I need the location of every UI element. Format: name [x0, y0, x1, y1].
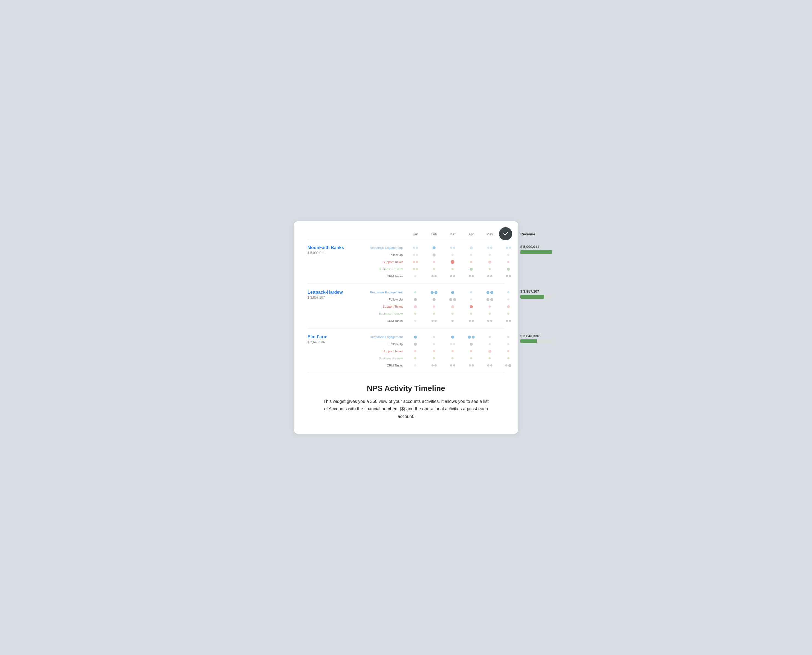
dot-3-0 [469, 275, 471, 277]
dots-area-1-2 [406, 305, 517, 308]
dot-1-0 [433, 357, 435, 360]
dot-1-0 [431, 364, 434, 366]
account-revenue-1: $ 3,857,107 [307, 295, 368, 300]
dot-5-1 [509, 320, 511, 322]
dot-3-0 [470, 357, 472, 360]
row-label-3: Business Review [368, 357, 406, 360]
row-label-1: Follow Up [368, 298, 406, 301]
month-dots-1 [425, 306, 443, 308]
dots-area-2-0 [406, 335, 517, 338]
month-dots-3 [462, 357, 480, 360]
activity-grid-0: Response EngagementFollow UpSupport Tick… [368, 244, 517, 280]
account-info-2: Elm Farm$ 2,643,336 [307, 334, 368, 344]
revenue-bar-container-1 [520, 295, 552, 298]
dot-0-0 [414, 291, 416, 294]
dot-5-0 [507, 312, 510, 315]
account-name-1: Lettpack-Hardew [307, 290, 368, 295]
dot-2-1 [453, 298, 456, 301]
dots-area-0-0 [406, 246, 517, 249]
dot-1-1 [434, 275, 437, 277]
month-dots-4 [480, 343, 499, 345]
dot-4-1 [490, 275, 493, 277]
revenue-bar-container-0 [520, 250, 552, 254]
month-dots-0 [406, 343, 425, 346]
checkmark-button[interactable] [499, 227, 512, 240]
dot-2-0 [451, 260, 454, 264]
dot-5-0 [507, 343, 510, 345]
dot-2-0 [451, 335, 454, 338]
month-dots-2 [443, 312, 462, 315]
month-label-jan: Jan [406, 232, 425, 236]
dot-5-0 [507, 336, 510, 338]
month-dots-5 [499, 336, 517, 338]
dot-0-0 [413, 261, 415, 263]
row-label-2: Support Ticket [368, 305, 406, 308]
month-dots-1 [425, 298, 443, 301]
dot-5-0 [506, 247, 508, 249]
dot-4-0 [487, 247, 490, 249]
dot-3-1 [472, 364, 474, 366]
revenue-value-1: $ 3,857,107 [520, 289, 553, 294]
dot-2-0 [451, 350, 454, 352]
dot-5-0 [507, 291, 510, 294]
month-dots-1 [425, 320, 443, 322]
dot-4-0 [489, 343, 491, 345]
month-dots-0 [406, 254, 425, 256]
dot-4-0 [489, 306, 491, 308]
dot-1-0 [431, 291, 434, 294]
dot-1-0 [431, 275, 434, 277]
month-dots-0 [406, 298, 425, 301]
month-dots-3 [462, 305, 480, 308]
dot-0-1 [416, 261, 418, 263]
dot-0-0 [414, 312, 416, 315]
dot-2-0 [451, 320, 454, 322]
month-dots-5 [499, 254, 517, 256]
account-row-wrapper-1: Lettpack-Hardew$ 3,857,107Response Engag… [307, 289, 505, 324]
dot-0-0 [414, 343, 417, 346]
month-label-feb: Feb [425, 232, 443, 236]
dot-1-0 [433, 306, 435, 308]
dot-3-0 [470, 254, 472, 256]
activity-row-0-0: Response Engagement [368, 244, 517, 251]
month-dots-3 [462, 343, 480, 346]
revenue-bar-fill-2 [520, 340, 537, 343]
revenue-bar-container-2 [520, 340, 552, 343]
month-dots-2 [443, 343, 462, 345]
month-dots-4 [480, 306, 499, 308]
month-dots-1 [425, 350, 443, 352]
dot-2-0 [451, 312, 454, 315]
dot-2-0 [450, 364, 452, 366]
month-dots-2 [443, 298, 462, 301]
month-label-mar: Mar [443, 232, 462, 236]
dot-1-0 [433, 268, 435, 270]
dot-3-0 [470, 268, 473, 271]
month-dots-0 [406, 320, 425, 322]
month-dots-4 [480, 268, 499, 270]
month-dots-3 [462, 254, 480, 256]
month-dots-4 [480, 320, 499, 322]
revenue-value-0: $ 5,090,911 [520, 245, 553, 249]
month-dots-2 [443, 350, 462, 352]
dot-2-1 [453, 343, 455, 345]
account-revenue-0: $ 5,090,911 [307, 251, 368, 255]
activity-row-0-4: CRM Tasks [368, 273, 517, 280]
dot-4-0 [489, 312, 491, 315]
dots-area-2-3 [406, 357, 517, 360]
month-dots-1 [425, 261, 443, 263]
account-info-1: Lettpack-Hardew$ 3,857,107 [307, 289, 368, 300]
dot-5-1 [509, 275, 511, 277]
dot-0-0 [414, 350, 416, 352]
month-dots-5 [499, 247, 517, 249]
dot-5-1 [508, 364, 511, 367]
month-dots-1 [425, 312, 443, 315]
dot-5-0 [506, 275, 508, 277]
activity-grid-2: Response EngagementFollow UpSupport Tick… [368, 334, 517, 369]
dot-0-0 [414, 320, 416, 322]
dots-area-1-4 [406, 320, 517, 322]
month-dots-4 [480, 364, 499, 366]
dot-4-0 [489, 254, 491, 256]
dot-0-0 [413, 268, 415, 270]
month-dots-4 [480, 247, 499, 249]
month-dots-5 [499, 261, 517, 263]
month-dots-4 [480, 298, 499, 301]
